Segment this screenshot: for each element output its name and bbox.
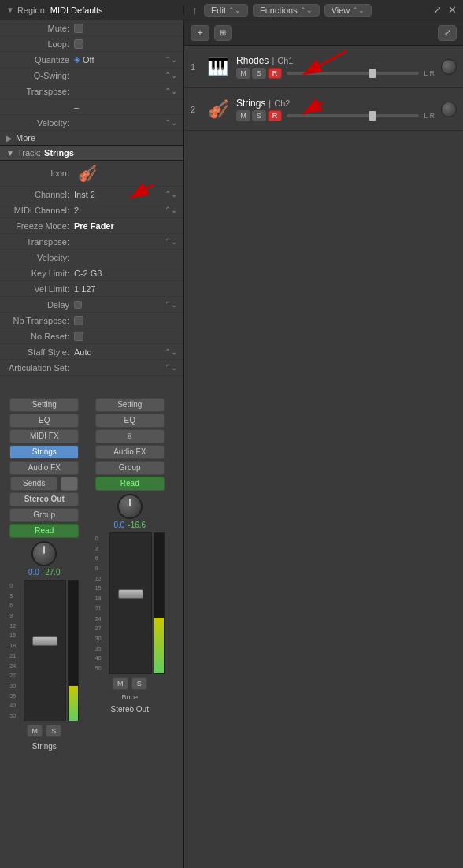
view-menu[interactable]: View ⌃⌄	[324, 4, 372, 17]
pan-knob-1[interactable]	[31, 541, 57, 566]
more-row[interactable]: ▶ More	[0, 131, 183, 146]
quantize-arrows[interactable]: ⌃⌄	[165, 55, 177, 64]
link-btn[interactable]: ⧖	[95, 429, 165, 443]
record-btn-1[interactable]: R	[268, 68, 282, 79]
mixer-strip-strings: Setting EQ MIDI FX Strings Audio FX Send…	[6, 398, 83, 868]
delay-row[interactable]: Delay ⌃⌄	[0, 297, 183, 313]
no-reset-row[interactable]: No Reset:	[0, 328, 183, 344]
eq-btn-1[interactable]: EQ	[9, 414, 79, 428]
audio-fx-btn-1[interactable]: Audio FX	[9, 461, 79, 475]
freeze-mode-row[interactable]: Freeze Mode: Pre Fader	[0, 218, 183, 234]
grid-icon: ⊞	[220, 28, 226, 37]
track-controls-1: M S R L R	[236, 68, 435, 79]
channel-row[interactable]: Channel: Inst 2 ⌃⌄	[0, 187, 183, 202]
quantize-row[interactable]: Quantize ◈ Off ⌃⌄	[0, 52, 183, 68]
loop-row[interactable]: Loop:	[0, 36, 183, 52]
key-limit-row[interactable]: Key Limit: C-2 G8	[0, 265, 183, 281]
volume-thumb-1[interactable]	[369, 69, 376, 78]
dash-row: –	[0, 99, 183, 115]
no-reset-checkbox[interactable]	[74, 332, 83, 341]
audio-fx-btn-2[interactable]: Audio FX	[95, 445, 165, 459]
midi-fx-btn[interactable]: MIDI FX	[9, 429, 79, 443]
midi-channel-arrows[interactable]: ⌃⌄	[165, 206, 177, 214]
track-row-strings: 2 🎻 Strings | Ch2 M S R	[184, 88, 463, 131]
mute-row[interactable]: Mute:	[0, 20, 183, 36]
m-btn-1[interactable]: M	[27, 725, 43, 737]
read-btn-1[interactable]: Read	[9, 524, 79, 538]
articulation-set-arrows[interactable]: ⌃⌄	[165, 363, 177, 372]
db-display-1: 0.0 -27.0	[28, 568, 61, 577]
sends-knob-1[interactable]	[61, 477, 78, 491]
midi-channel-row[interactable]: MIDI Channel: 2 ⌃⌄	[0, 202, 183, 218]
freeze-mode-label: Freeze Mode:	[6, 221, 69, 231]
db-val-2: 0.0	[113, 521, 124, 529]
record-btn-2[interactable]: R	[268, 110, 282, 121]
fader-area-2: 0 3 6 9 12 15 18 21 24 27 30 35	[95, 532, 165, 674]
vu-fill-1	[69, 686, 78, 721]
transpose-track-arrows[interactable]: ⌃⌄	[165, 237, 177, 246]
articulation-set-row[interactable]: Articulation Set: ⌃⌄	[0, 360, 183, 376]
mute-btn-1[interactable]: M	[236, 68, 250, 79]
solo-btn-2[interactable]: S	[252, 110, 266, 121]
grid-btn[interactable]: ⊞	[214, 25, 232, 41]
loop-label: Loop:	[6, 39, 69, 49]
no-transpose-checkbox[interactable]	[74, 316, 83, 325]
add-track-btn[interactable]: +	[191, 25, 209, 41]
fader-track-2[interactable]	[109, 532, 152, 674]
transpose-track-row[interactable]: Transpose: ⌃⌄	[0, 234, 183, 250]
qswing-row[interactable]: Q-Swing: ⌃⌄	[0, 68, 183, 83]
no-transpose-label: No Transpose:	[6, 316, 69, 325]
vol-knob-2[interactable]	[441, 102, 457, 117]
stereo-out-btn-1[interactable]: Stereo Out	[9, 492, 79, 506]
eq-btn-2[interactable]: EQ	[95, 414, 165, 428]
quantize-value: Off	[83, 55, 165, 65]
sends-btn-1[interactable]: Sends	[10, 477, 57, 491]
group-btn-2[interactable]: Group	[95, 461, 165, 475]
fader-thumb-1[interactable]	[32, 636, 57, 646]
fader-scale-2: 0 3 6 9 12 15 18 21 24 27 30 35	[95, 532, 108, 674]
delay-arrows[interactable]: ⌃⌄	[165, 300, 177, 309]
volume-fader-2[interactable]	[287, 114, 419, 117]
staff-style-arrows[interactable]: ⌃⌄	[165, 347, 177, 356]
no-transpose-row[interactable]: No Transpose:	[0, 313, 183, 328]
functions-menu[interactable]: Functions ⌃⌄	[253, 4, 320, 17]
pan-knob-2[interactable]	[117, 494, 143, 519]
volume-thumb-2[interactable]	[369, 111, 376, 121]
m-btn-2[interactable]: M	[113, 677, 128, 690]
channel-arrows[interactable]: ⌃⌄	[165, 190, 177, 198]
track-violin-icon[interactable]: 🎻	[77, 164, 97, 183]
group-btn-1[interactable]: Group	[9, 508, 79, 522]
fader-track-1[interactable]	[24, 580, 66, 721]
staff-style-row[interactable]: Staff Style: Auto ⌃⌄	[0, 344, 183, 360]
s-btn-1[interactable]: S	[46, 725, 61, 737]
velocity-row[interactable]: Velocity: ⌃⌄	[0, 115, 183, 131]
track-header: ▼ Track: Strings	[0, 146, 183, 161]
volume-fader-1[interactable]	[287, 72, 419, 75]
s-btn-2[interactable]: S	[131, 677, 147, 690]
transpose-track-label: Transpose:	[6, 237, 69, 247]
qswing-arrows[interactable]: ⌃⌄	[165, 71, 177, 80]
velocity-arrows[interactable]: ⌃⌄	[165, 118, 177, 127]
nav-up-arrow[interactable]: ↑	[191, 4, 199, 17]
transpose-region-arrows[interactable]: ⌃⌄	[165, 87, 177, 95]
fader-thumb-2[interactable]	[118, 589, 143, 599]
expand-btn[interactable]: ⤢	[438, 25, 457, 41]
loop-checkbox[interactable]	[74, 39, 83, 49]
read-btn-2[interactable]: Read	[95, 477, 165, 491]
close-icon[interactable]: ✕	[448, 4, 457, 16]
setting-btn-2[interactable]: Setting	[95, 398, 165, 412]
vel-limit-row[interactable]: Vel Limit: 1 127	[0, 281, 183, 297]
mute-btn-2[interactable]: M	[236, 110, 250, 121]
icon-row: Icon: 🎻	[0, 161, 183, 187]
edit-menu[interactable]: Edit ⌃⌄	[204, 4, 248, 17]
velocity-track-row[interactable]: Velocity:	[0, 250, 183, 265]
vol-knob-1[interactable]	[441, 59, 457, 75]
strings-plugin-btn[interactable]: Strings	[9, 445, 79, 459]
fader-scale-1: 0 3 6 9 12 15 18 21 24 27 30 35	[9, 580, 22, 721]
setting-btn-1[interactable]: Setting	[9, 398, 79, 412]
resize-icon[interactable]: ⤢	[433, 4, 442, 16]
transpose-region-row[interactable]: Transpose: ⌃⌄	[0, 83, 183, 99]
delay-checkbox[interactable]	[74, 301, 82, 309]
solo-btn-1[interactable]: S	[252, 68, 266, 79]
mute-checkbox[interactable]	[74, 24, 83, 33]
